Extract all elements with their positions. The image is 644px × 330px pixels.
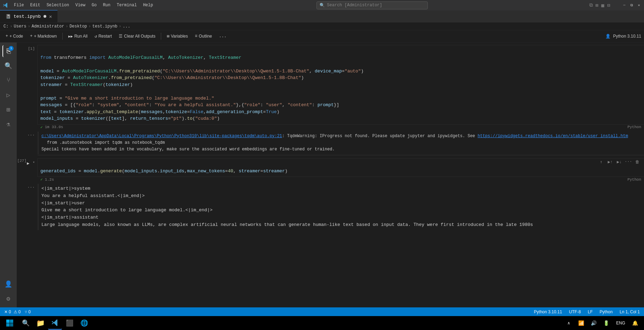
menu-view[interactable]: View — [72, 1, 88, 9]
menu-go[interactable]: Go — [89, 1, 99, 9]
menu-selection[interactable]: Selection — [44, 1, 72, 9]
breadcrumb-desktop[interactable]: Desktop — [70, 24, 87, 29]
network-icon: 📶 — [578, 320, 584, 326]
activity-settings[interactable]: ⚙ — [2, 293, 14, 305]
taskbar-explorer-btn[interactable]: 📁 — [33, 316, 47, 330]
notification-icon: 🔔 — [632, 320, 638, 326]
cell-2-output: <|im_start|>system You are a helpful ass… — [38, 184, 644, 230]
plus-icon: + — [6, 34, 8, 39]
tab-close-btn[interactable]: ✕ — [49, 14, 52, 19]
add-markdown-btn[interactable]: + + Markdown — [27, 33, 60, 40]
cell-2-run-above-btn[interactable]: ▶↑ — [606, 158, 614, 166]
variables-label: Variables — [171, 34, 188, 39]
clear-all-outputs-btn[interactable]: ☰ Clear All Outputs — [116, 33, 158, 40]
cell-1: [1] from transformers import AutoModelFo… — [17, 42, 644, 132]
start-btn[interactable] — [1, 316, 18, 330]
add-code-label: + Code — [9, 34, 23, 39]
search-box[interactable]: 🔍 Search [Administrator] — [316, 1, 428, 9]
cell-2-more-btn[interactable]: ··· — [625, 158, 632, 166]
taskbar-search-icon: 🔍 — [22, 319, 30, 327]
status-line-ending[interactable]: LF — [587, 309, 594, 314]
status-bar: ✕ 0 ⚠ 0 ⑂ 0 Python 3.10.11 UTF-8 LF Pyth… — [0, 307, 644, 316]
minimize-btn[interactable]: ─ — [622, 3, 627, 8]
cell-1-code[interactable]: from transformers import AutoModelForCau… — [38, 45, 644, 124]
notebook-icon: 📓 — [6, 14, 11, 19]
cell-1-time: 1m 33.0s — [45, 125, 63, 129]
outline-btn[interactable]: ≡ Outline — [192, 33, 215, 40]
main-layout: ⎘ 1 🔍 ⑂ ▷ ⊞ ⚗ 👤 ⚙ — [0, 42, 644, 307]
cell-2-code[interactable]: generated_ids = model.generate(model_inp… — [38, 159, 644, 176]
status-bar-right: Python 3.10.11 UTF-8 LF Python Ln 1, Col… — [533, 309, 641, 314]
layout-btn-2[interactable]: ⊞ — [595, 3, 599, 8]
menu-help[interactable]: Help — [140, 1, 156, 9]
breadcrumb-c[interactable]: C: — [3, 24, 8, 29]
breadcrumb-more[interactable]: ... — [123, 24, 131, 29]
git-count: 0 — [28, 309, 31, 314]
layout-btn-3[interactable]: ▦ — [600, 3, 605, 8]
menu-edit[interactable]: Edit — [28, 1, 43, 9]
activity-test[interactable]: ⚗ — [2, 118, 14, 130]
cell-2-delete-btn[interactable]: 🗑 — [634, 158, 641, 166]
status-errors[interactable]: ✕ 0 ⚠ 0 — [3, 309, 22, 314]
notebook-tab[interactable]: 📓 test.ipynb ✕ — [0, 10, 57, 22]
status-language[interactable]: Python — [598, 309, 614, 314]
taskbar-vscode-btn[interactable] — [48, 316, 62, 330]
cell-1-check: ✓ — [40, 125, 43, 129]
breadcrumb-file[interactable]: test.ipynb — [92, 24, 117, 29]
notebook-content[interactable]: [1] from transformers import AutoModelFo… — [17, 42, 644, 307]
menu-terminal[interactable]: Terminal — [114, 1, 140, 9]
menu-run[interactable]: Run — [100, 1, 113, 9]
restore-btn[interactable]: ⧉ — [629, 3, 634, 8]
tray-network-btn[interactable]: 📶 — [576, 316, 586, 330]
activity-extensions[interactable]: ⊞ — [2, 104, 14, 116]
cell-2-body: generated_ids = model.generate(model_inp… — [38, 159, 644, 182]
status-encoding[interactable]: UTF-8 — [568, 309, 582, 314]
activity-search[interactable]: 🔍 — [2, 60, 14, 72]
activity-explorer[interactable]: ⎘ 1 — [2, 45, 14, 57]
add-code-btn[interactable]: + + Code — [3, 33, 26, 40]
menu-file[interactable]: File — [11, 1, 27, 9]
breadcrumb-users[interactable]: Users — [14, 24, 26, 29]
activity-source-control[interactable]: ⑂ — [2, 74, 14, 86]
notification-btn[interactable]: 🔔 — [630, 316, 640, 330]
layout-btn-1[interactable]: ⧉ — [589, 3, 593, 8]
error-icon: ✕ — [4, 309, 8, 314]
more-btn[interactable]: ... — [216, 33, 229, 40]
breadcrumb-bar: C: › Users › Administrator › Desktop › t… — [0, 23, 644, 30]
activity-account[interactable]: 👤 — [2, 278, 14, 290]
cell-2-run-below-btn[interactable]: ▶↓ — [615, 158, 623, 166]
restart-btn[interactable]: ↺ Restart — [92, 33, 115, 40]
output-1-line-3: Special tokens have been added in the vo… — [41, 146, 641, 153]
status-git[interactable]: ⑂ 0 — [23, 309, 32, 314]
tray-sound-btn[interactable]: 🔊 — [589, 316, 599, 330]
python-version-display: 👤 Python 3.10.11 — [605, 34, 641, 39]
cell-2-move-up-btn[interactable]: ⇑ — [597, 158, 605, 166]
git-icon: ⑂ — [25, 309, 27, 314]
python-version-label: Python 3.10.11 — [613, 34, 641, 39]
close-btn[interactable]: ✕ — [637, 3, 641, 8]
cell-1-lang: Python — [627, 125, 641, 129]
taskbar-terminal-btn[interactable]: ⬛ — [63, 316, 77, 330]
layout-btn-4[interactable]: ⊟ — [606, 3, 611, 8]
activity-run-debug[interactable]: ▷ — [2, 89, 14, 101]
tab-bar: 📓 test.ipynb ✕ — [0, 10, 644, 23]
taskbar-browser-btn[interactable]: 🌐 — [77, 316, 91, 330]
breadcrumb-administrator[interactable]: Administrator — [32, 24, 64, 29]
toolbar-sep-2 — [161, 33, 161, 40]
title-bar-center: 🔍 Search [Administrator] — [156, 1, 589, 9]
taskbar-search-btn[interactable]: 🔍 — [19, 316, 33, 330]
tray-language[interactable]: ENG — [614, 321, 627, 325]
notebook-toolbar: + + Code + + Markdown ▶▶ Run All ↺ Resta… — [0, 30, 644, 42]
restart-label: Restart — [99, 34, 112, 39]
run-all-btn[interactable]: ▶▶ Run All — [65, 33, 90, 40]
variables-icon: ⊞ — [167, 34, 169, 39]
tray-icons-btn[interactable]: ∧ — [564, 316, 574, 330]
status-python[interactable]: Python 3.10.11 — [533, 309, 564, 314]
debug-icon: ▷ — [7, 91, 10, 99]
variables-btn[interactable]: ⊞ Variables — [164, 33, 190, 40]
output-2-line-1: <|im_start|>system You are a helpful ass… — [41, 186, 533, 227]
sound-icon: 🔊 — [591, 320, 597, 326]
status-position[interactable]: Ln 1, Col 1 — [618, 309, 641, 314]
tray-battery-btn[interactable]: 🔋 — [602, 316, 611, 330]
cell-2-check: ✓ — [40, 177, 43, 182]
